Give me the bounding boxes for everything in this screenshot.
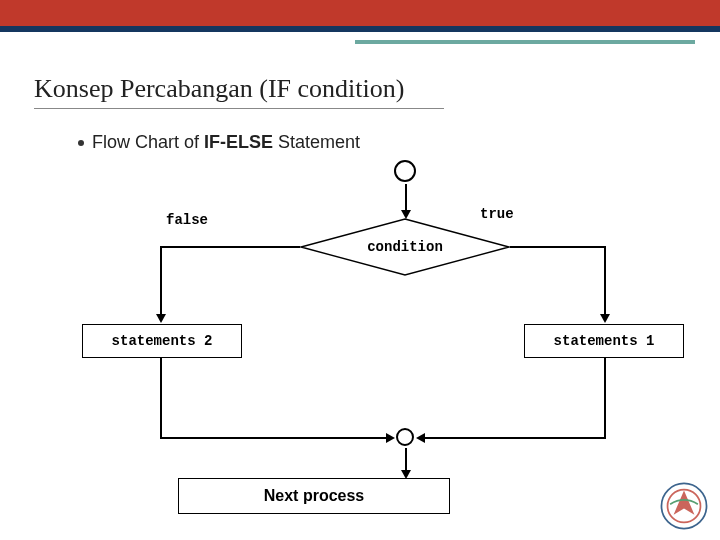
join-connector (396, 428, 414, 446)
next-process-box: Next process (178, 478, 450, 514)
connector (405, 184, 407, 212)
connector (604, 358, 606, 438)
connector (160, 358, 162, 438)
connector (160, 246, 162, 316)
bullet-bold: IF-ELSE (204, 132, 273, 152)
flowchart-diagram: true false condition statements 2 statem… (0, 160, 720, 520)
bullet-dot-icon (78, 140, 84, 146)
arrow-down-icon (600, 314, 610, 323)
connector (510, 246, 606, 248)
arrow-right-icon (386, 433, 395, 443)
connector (604, 246, 606, 316)
bullet-prefix: Flow Chart of (92, 132, 204, 152)
statements-true-box: statements 1 (524, 324, 684, 358)
arrow-left-icon (416, 433, 425, 443)
connector (160, 246, 300, 248)
start-terminator (394, 160, 416, 182)
bullet-row: Flow Chart of IF-ELSE Statement (78, 132, 360, 153)
header-navy-line (0, 26, 720, 32)
university-logo (658, 480, 710, 532)
header-red-bar (0, 0, 720, 26)
slide-title: Konsep Percabangan (IF condition) (34, 74, 404, 104)
arrow-down-icon (156, 314, 166, 323)
false-label: false (166, 212, 208, 228)
connector (424, 437, 606, 439)
statements-false-box: statements 2 (82, 324, 242, 358)
title-underline (34, 108, 444, 109)
bullet-suffix: Statement (273, 132, 360, 152)
decision-diamond: condition (300, 218, 510, 276)
condition-label: condition (300, 218, 510, 276)
connector (405, 448, 407, 472)
bullet-text: Flow Chart of IF-ELSE Statement (92, 132, 360, 153)
connector (160, 437, 388, 439)
header-teal-line (355, 40, 695, 44)
